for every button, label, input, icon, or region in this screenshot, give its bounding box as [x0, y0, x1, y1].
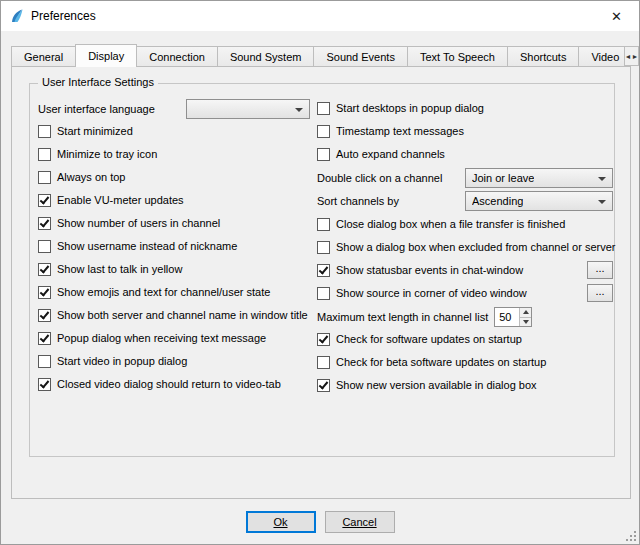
- tab-text-to-speech[interactable]: Text To Speech: [407, 46, 508, 66]
- checkbox-username-instead-nickname[interactable]: Show username instead of nickname: [38, 237, 310, 255]
- checkbox-box[interactable]: [38, 194, 51, 207]
- checkbox-label: Show last to talk in yellow: [57, 263, 182, 275]
- double-click-label: Double click on a channel: [317, 172, 442, 184]
- checkbox-auto-expand-channels[interactable]: Auto expand channels: [317, 145, 613, 163]
- statusbar-events-row: Show statusbar events in chat-window ...: [317, 261, 613, 279]
- checkbox-box[interactable]: [38, 171, 51, 184]
- tab-connection[interactable]: Connection: [136, 46, 218, 66]
- checkbox-box[interactable]: [317, 218, 330, 231]
- double-click-select[interactable]: Join or leave: [465, 168, 613, 188]
- spinner-buttons: [519, 308, 531, 326]
- checkbox-box[interactable]: [38, 378, 51, 391]
- checkbox-video-popup[interactable]: Start video in popup dialog: [38, 352, 310, 370]
- sort-channels-label: Sort channels by: [317, 195, 399, 207]
- sort-channels-row: Sort channels by Ascending: [317, 191, 613, 211]
- checkbox-vu-meter[interactable]: Enable VU-meter updates: [38, 191, 310, 209]
- titlebar: Preferences ✕: [1, 1, 639, 31]
- chevron-down-icon: [598, 200, 606, 204]
- language-label: User interface language: [38, 103, 155, 115]
- checkbox-box[interactable]: [38, 286, 51, 299]
- tab-sound-system[interactable]: Sound System: [217, 46, 315, 66]
- checkbox-check-updates[interactable]: Check for software updates on startup: [317, 330, 613, 348]
- footer: Ok Cancel: [1, 511, 639, 533]
- checkbox-label: Enable VU-meter updates: [57, 194, 184, 206]
- left-column: User interface language Start minimized …: [38, 99, 310, 398]
- checkbox-box[interactable]: [317, 125, 330, 138]
- cancel-button-label: Cancel: [342, 516, 376, 528]
- checkbox-label: Minimize to tray icon: [57, 148, 157, 160]
- checkbox-check-beta-updates[interactable]: Check for beta software updates on start…: [317, 353, 613, 371]
- checkbox-closed-video-return[interactable]: Closed video dialog should return to vid…: [38, 375, 310, 393]
- tab-general[interactable]: General: [11, 46, 76, 66]
- checkbox-box[interactable]: [317, 241, 330, 254]
- close-button[interactable]: ✕: [594, 1, 639, 31]
- ellipsis-label: ...: [595, 262, 604, 274]
- checkbox-timestamp-messages[interactable]: Timestamp text messages: [317, 122, 613, 140]
- checkbox-new-version-dialog[interactable]: Show new version available in dialog box: [317, 376, 613, 394]
- sort-channels-select[interactable]: Ascending: [465, 191, 613, 211]
- checkbox-box[interactable]: [38, 355, 51, 368]
- chevron-down-icon: [295, 108, 303, 112]
- tab-scroll-buttons[interactable]: ◄►: [624, 46, 639, 66]
- user-interface-settings-group: User Interface Settings User interface l…: [29, 83, 615, 457]
- checkbox-excluded-dialog[interactable]: Show a dialog box when excluded from cha…: [317, 238, 613, 256]
- statusbar-events-config-button[interactable]: ...: [587, 261, 613, 279]
- group-title: User Interface Settings: [38, 76, 158, 88]
- checkbox-box[interactable]: [38, 332, 51, 345]
- double-click-value: Join or leave: [472, 172, 534, 184]
- spinner-up-button[interactable]: [520, 308, 531, 318]
- tab-label: Display: [88, 50, 124, 62]
- tab-shortcuts[interactable]: Shortcuts: [507, 46, 579, 66]
- checkbox-box[interactable]: [317, 102, 330, 115]
- checkbox-box[interactable]: [38, 125, 51, 138]
- checkbox-last-to-talk-yellow[interactable]: Show last to talk in yellow: [38, 260, 310, 278]
- checkbox-box[interactable]: [38, 263, 51, 276]
- checkbox-box[interactable]: [38, 240, 51, 253]
- spinner-down-button[interactable]: [520, 318, 531, 327]
- tab-label: Text To Speech: [420, 51, 495, 63]
- checkbox-popup-text-message[interactable]: Popup dialog when receiving text message: [38, 329, 310, 347]
- checkbox-label: Closed video dialog should return to vid…: [57, 378, 281, 390]
- language-select[interactable]: [186, 99, 310, 119]
- checkbox-show-user-count[interactable]: Show number of users in channel: [38, 214, 310, 232]
- tab-label: Connection: [149, 51, 205, 63]
- tab-display[interactable]: Display: [75, 44, 137, 67]
- chevron-down-icon: [523, 320, 529, 324]
- checkbox-box[interactable]: [317, 148, 330, 161]
- chevron-down-icon: [598, 177, 606, 181]
- checkbox-always-on-top[interactable]: Always on top: [38, 168, 310, 186]
- checkbox-close-file-transfer[interactable]: Close dialog box when a file transfer is…: [317, 215, 613, 233]
- tab-label: Sound Events: [326, 51, 395, 63]
- checkbox-box[interactable]: [317, 356, 330, 369]
- window-title: Preferences: [31, 9, 96, 23]
- checkbox-server-channel-window-title[interactable]: Show both server and channel name in win…: [38, 306, 310, 324]
- tab-label: Sound System: [230, 51, 302, 63]
- checkbox-start-desktops-popup[interactable]: Start desktops in popup dialog: [317, 99, 613, 117]
- checkbox-label: Show emojis and text for channel/user st…: [57, 286, 270, 298]
- checkbox-box[interactable]: [38, 217, 51, 230]
- cancel-button[interactable]: Cancel: [325, 511, 395, 533]
- checkbox-emojis-text-state[interactable]: Show emojis and text for channel/user st…: [38, 283, 310, 301]
- checkbox-box[interactable]: [317, 287, 330, 300]
- checkbox-minimize-to-tray[interactable]: Minimize to tray icon: [38, 145, 310, 163]
- tab-sound-events[interactable]: Sound Events: [313, 46, 408, 66]
- app-icon: [9, 8, 25, 24]
- checkbox-start-minimized[interactable]: Start minimized: [38, 122, 310, 140]
- sort-channels-value: Ascending: [472, 195, 523, 207]
- resize-grip[interactable]: [625, 530, 637, 542]
- right-column: Start desktops in popup dialog Timestamp…: [317, 99, 613, 399]
- tab-label: Video: [591, 51, 619, 63]
- language-row: User interface language: [38, 99, 310, 119]
- video-source-config-button[interactable]: ...: [587, 284, 613, 302]
- display-tab-pane: User Interface Settings User interface l…: [11, 66, 631, 499]
- checkbox-box[interactable]: [38, 309, 51, 322]
- checkbox-box[interactable]: [317, 333, 330, 346]
- checkbox-box[interactable]: [317, 379, 330, 392]
- chevron-up-icon: [523, 310, 529, 314]
- checkbox-label: Popup dialog when receiving text message: [57, 332, 266, 344]
- checkbox-box[interactable]: [38, 148, 51, 161]
- max-text-length-spinner[interactable]: 50: [494, 307, 532, 327]
- checkbox-label: Check for software updates on startup: [336, 333, 522, 345]
- ok-button[interactable]: Ok: [246, 511, 316, 533]
- checkbox-box[interactable]: [317, 264, 330, 277]
